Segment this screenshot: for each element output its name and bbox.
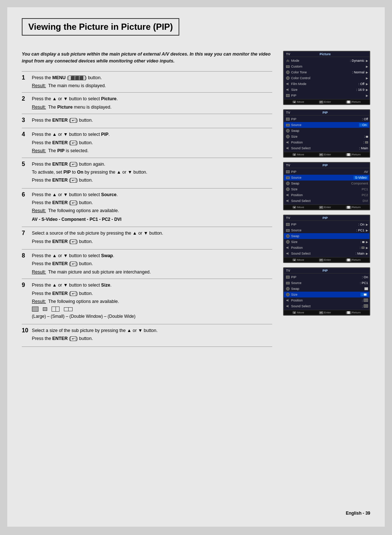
tv-row-value: S-Video bbox=[354, 176, 368, 179]
speaker-icon bbox=[285, 246, 290, 250]
tv-label: TV bbox=[286, 269, 290, 272]
tv-footer: ⬥ Move ↵ Enter ⬜ Return bbox=[284, 152, 369, 157]
step-row: 1 Press the MENU (⬛⬛⬛) button. Result: T… bbox=[22, 71, 272, 93]
tv-footer: ⬥ Move ↵ Enter ⬜ Return bbox=[284, 257, 369, 262]
circle-icon bbox=[285, 76, 290, 80]
antenna-icon bbox=[285, 275, 290, 279]
tv-arrow-icon: ▶ bbox=[366, 240, 368, 244]
move-btn: ⬥ bbox=[293, 259, 296, 261]
page: Viewing the Picture in Picture (PIP) You… bbox=[7, 7, 385, 527]
size-icons-label: (Large) – (Small) – (Double Window) – (D… bbox=[32, 313, 272, 320]
tv-row-swap: Swap bbox=[284, 233, 369, 239]
tv-row-label: Swap bbox=[291, 182, 350, 185]
tv-row-colortone: Color Tone : Normal ▶ bbox=[284, 69, 369, 75]
size-large-icon bbox=[32, 307, 38, 312]
tv-arrow-icon: ▶ bbox=[366, 88, 368, 92]
tv-row-soundsel: Sound Select : Main bbox=[284, 145, 369, 151]
speaker-icon bbox=[285, 199, 290, 203]
tv-row-value: PC1 bbox=[362, 187, 368, 191]
tv-arrow-icon: ▶ bbox=[366, 59, 368, 62]
tv-row-label: Film Mode bbox=[291, 82, 358, 86]
move-label: Move bbox=[297, 100, 304, 104]
antenna-icon bbox=[285, 170, 290, 174]
circle-icon bbox=[285, 234, 290, 238]
result-label: Result: bbox=[32, 269, 46, 276]
tv-panel-header: TV PIP bbox=[284, 268, 369, 273]
tv-row-pip: PIP : On bbox=[284, 274, 369, 280]
tv-row-value: : bbox=[360, 246, 364, 250]
return-btn: ⬜ bbox=[346, 311, 351, 314]
circle-icon bbox=[285, 134, 290, 139]
tv-row-label: Sound Select bbox=[291, 146, 358, 150]
tv-row-soundsel: Sound Select DVI bbox=[284, 198, 369, 204]
move-label: Move bbox=[297, 206, 304, 209]
tv-row-source: Source S-Video bbox=[284, 175, 369, 181]
move-btn: ⬥ bbox=[293, 153, 296, 156]
step-number: 4 bbox=[22, 128, 32, 158]
tv-row-swap: Swap bbox=[284, 128, 369, 134]
return-btn: ⬜ bbox=[346, 206, 351, 209]
tv-panel-pip1: TV PIP PIP : Off Source : On bbox=[283, 109, 370, 158]
tv-row-mode: Mode : Dynamic ▶ bbox=[284, 58, 369, 64]
tv-row-label: Sound Select bbox=[291, 199, 362, 203]
step-row: 3 Press the ENTER (↵) button. bbox=[22, 114, 272, 128]
tv-row-label: Swap bbox=[291, 129, 367, 133]
circle-icon bbox=[285, 187, 290, 191]
circle-icon bbox=[285, 287, 290, 291]
step-number: 8 bbox=[22, 250, 32, 279]
tv-row-source: Source : PC1 bbox=[284, 280, 369, 286]
move-label: Move bbox=[297, 258, 304, 262]
tv-panel-pip3: TV PIP PIP : On ▶ Source : PC1 bbox=[283, 215, 370, 263]
enter-btn: ↵ bbox=[319, 206, 323, 209]
tv-row-label: Color Control bbox=[291, 76, 364, 80]
speaker-icon bbox=[285, 193, 290, 197]
tv-panel-body: PIP : On Source : PC1 Swap bbox=[284, 273, 369, 310]
step-number: 1 bbox=[22, 71, 32, 93]
tv-row-pip: PIP AV bbox=[284, 169, 369, 175]
footer-move: ⬥ Move bbox=[293, 153, 304, 156]
circle-icon bbox=[285, 292, 290, 297]
speaker-icon bbox=[285, 88, 290, 92]
tv-footer: ⬥ Move ↵ Enter ⬜ Return bbox=[284, 310, 369, 315]
tv-row-label: Source bbox=[291, 176, 353, 179]
tv-row-label: Custom bbox=[291, 65, 364, 68]
tv-row-label: Source bbox=[291, 123, 358, 127]
tv-arrow-icon: ▶ bbox=[366, 229, 368, 232]
result-text: The Picture menu is displayed. bbox=[48, 104, 111, 111]
tv-panel-header: TV Picture bbox=[284, 52, 369, 57]
move-label: Move bbox=[297, 311, 304, 314]
footer-return: ⬜ Return bbox=[346, 311, 361, 314]
step-row: 10 Select a size of the sub picture by p… bbox=[22, 324, 272, 346]
step-row: 5 Press the ENTER (↵) button again. To a… bbox=[22, 158, 272, 188]
step-number: 9 bbox=[22, 279, 32, 324]
footer-return: ⬜ Return bbox=[346, 258, 361, 262]
tv-row-value: : Dynamic bbox=[350, 59, 364, 62]
footer-move: ⬥ Move bbox=[293, 311, 304, 314]
custom-icon bbox=[285, 281, 290, 285]
tv-panel-pip4: TV PIP PIP : On Source : PC1 bbox=[283, 267, 370, 316]
result-label: Result: bbox=[32, 104, 46, 111]
size-dblwin-icon bbox=[52, 307, 60, 312]
tv-row-value: : bbox=[360, 240, 364, 244]
tv-row-value: : bbox=[362, 304, 368, 308]
antenna-icon bbox=[285, 58, 290, 63]
tv-row-value: : Main bbox=[359, 146, 368, 150]
step-content: Press the ▲ or ▼ button to select Swap. … bbox=[32, 250, 272, 279]
speaker-icon bbox=[285, 298, 290, 303]
page-title: Viewing the Picture in Picture (PIP) bbox=[22, 18, 179, 36]
step-number: 3 bbox=[22, 114, 32, 128]
circle-icon bbox=[285, 70, 290, 74]
tv-row-label: Swap bbox=[291, 287, 364, 291]
tv-row-value: DVI bbox=[363, 199, 368, 203]
tv-row-filmmode: Film Mode : Off ▶ bbox=[284, 81, 369, 87]
tv-row-label: Swap bbox=[291, 234, 367, 238]
tv-row-label: Size bbox=[291, 187, 361, 191]
tv-row-pip: PIP ▶ bbox=[284, 93, 369, 98]
step-number: 7 bbox=[22, 227, 32, 250]
tv-row-value: : On bbox=[359, 123, 368, 127]
tv-row-swap: Swap Component bbox=[284, 181, 369, 186]
steps-table: 1 Press the MENU (⬛⬛⬛) button. Result: T… bbox=[22, 71, 272, 347]
tv-panel-picture: TV Picture Mode : Dynamic ▶ Custom bbox=[283, 51, 370, 105]
footer-return: ⬜ Return bbox=[346, 100, 361, 104]
speaker-icon bbox=[285, 304, 290, 308]
